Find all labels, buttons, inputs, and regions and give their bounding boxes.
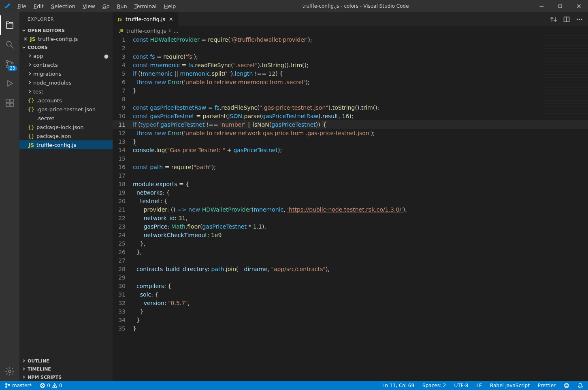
menu-go[interactable]: Go <box>99 2 113 11</box>
editor-content[interactable]: 1const HDWalletProvider = require('@truf… <box>113 35 588 381</box>
file-truffle-config.js[interactable]: JStruffle-config.js <box>19 140 113 149</box>
file-.gas-price-testnet.json[interactable]: {}.gas-price-testnet.json <box>19 105 113 114</box>
sidebar-header: EXPLORER <box>19 12 113 26</box>
status-branch[interactable]: master* <box>3 381 33 390</box>
status-indent[interactable]: Spaces: 2 <box>421 381 447 390</box>
compare-changes-icon[interactable] <box>549 15 558 24</box>
section-outline[interactable]: OUTLINE <box>19 357 113 365</box>
folder-test[interactable]: test <box>19 87 113 96</box>
line-number: 4 <box>113 62 133 68</box>
tab-truffle-config.js[interactable]: JStruffle-config.js✕ <box>113 12 179 26</box>
folder-label: migrations <box>33 71 62 77</box>
svg-point-29 <box>566 385 566 385</box>
code-line[interactable]: 30 compilers: { <box>113 282 588 290</box>
section-timeline[interactable]: TIMELINE <box>19 365 113 373</box>
code-line[interactable]: 1const HDWalletProvider = require('@truf… <box>113 35 588 44</box>
minimize-button[interactable] <box>532 0 551 12</box>
code-line[interactable]: 3const fs = require('fs'); <box>113 52 588 61</box>
code-line[interactable]: 29 <box>113 273 588 282</box>
code-line[interactable]: 27 <box>113 256 588 265</box>
status-language[interactable]: Babel JavaScript <box>488 381 531 390</box>
code-line[interactable]: 10const gasPriceTestnet = parseInt(JSON.… <box>113 112 588 120</box>
code-line[interactable]: 25 }, <box>113 239 588 248</box>
status-notifications-icon[interactable] <box>576 381 585 390</box>
code-line[interactable]: 9const gasPriceTestnetRaw = fs.readFileS… <box>113 103 588 112</box>
activity-settings[interactable] <box>0 362 19 381</box>
line-number: 10 <box>113 113 133 119</box>
code-line[interactable]: 7} <box>113 86 588 95</box>
section-npm-scripts[interactable]: NPM SCRIPTS <box>19 373 113 381</box>
code-line[interactable]: 28 contracts_build_directory: path.join(… <box>113 265 588 273</box>
status-line-col[interactable]: Ln 11, Col 69 <box>381 381 416 390</box>
folder-contracts[interactable]: contracts <box>19 60 113 69</box>
code-line[interactable]: 19 networks: { <box>113 188 588 197</box>
activity-source-control[interactable]: 23 <box>0 54 19 74</box>
folder-label: contracts <box>33 62 58 68</box>
split-editor-icon[interactable] <box>562 15 571 24</box>
code-line[interactable]: 11if (typeof gasPriceTestnet !== 'number… <box>113 120 588 129</box>
folder-node_modules[interactable]: node_modules <box>19 78 113 87</box>
maximize-button[interactable] <box>551 0 569 12</box>
code-line[interactable]: 15 <box>113 154 588 163</box>
project-section[interactable]: COLORS <box>19 43 113 51</box>
code-line[interactable]: 8 <box>113 95 588 103</box>
more-actions-icon[interactable] <box>575 15 584 24</box>
activity-run-debug[interactable] <box>0 74 19 93</box>
menu-help[interactable]: Help <box>161 2 179 11</box>
file-package.json[interactable]: {}package.json <box>19 131 113 140</box>
menu-file[interactable]: File <box>14 2 30 11</box>
folder-migrations[interactable]: migrations <box>19 69 113 78</box>
code-line[interactable]: 16const path = require("path"); <box>113 163 588 171</box>
code-line[interactable]: 33 } <box>113 307 588 316</box>
file-.accounts[interactable]: {}.accounts <box>19 96 113 105</box>
status-encoding[interactable]: UTF-8 <box>452 381 470 390</box>
activity-search[interactable] <box>0 35 19 54</box>
activity-extensions[interactable] <box>0 93 19 112</box>
code-line[interactable]: 6 throw new Error('unable to retrieve mn… <box>113 78 588 86</box>
code-line[interactable]: 18module.exports = { <box>113 180 588 188</box>
line-number: 22 <box>113 215 133 221</box>
code-line[interactable]: 31 solc: { <box>113 290 588 299</box>
status-feedback-icon[interactable] <box>562 381 571 390</box>
minimap[interactable] <box>543 35 588 116</box>
menu-view[interactable]: View <box>79 2 98 11</box>
code-line[interactable]: 32 version: "0.5.7", <box>113 299 588 307</box>
activity-explorer[interactable] <box>0 15 19 35</box>
close-button[interactable] <box>569 0 588 12</box>
code-line[interactable]: 20 testnet: { <box>113 197 588 205</box>
breadcrumbs[interactable]: JS truffle-config.js ... <box>113 26 588 35</box>
open-editors-section[interactable]: OPEN EDITORS <box>19 26 113 34</box>
status-problems[interactable]: 0 0 <box>38 381 64 390</box>
status-formatter[interactable]: Prettier <box>536 381 557 390</box>
code-line[interactable]: 26 }, <box>113 248 588 256</box>
code-line[interactable]: 5if (!mnemonic || mnemonic.split(' ').le… <box>113 69 588 78</box>
code-line[interactable]: 24 networkCheckTimeout: 1e9 <box>113 231 588 239</box>
file-label: .secret <box>36 115 54 121</box>
folder-app[interactable]: app● <box>19 51 113 60</box>
code-line[interactable]: 12 throw new Error('unable to retrieve n… <box>113 129 588 137</box>
close-icon[interactable]: ✕ <box>22 36 29 42</box>
open-editor-item[interactable]: ✕JStruffle-config.js <box>19 34 113 43</box>
line-number: 32 <box>113 300 133 306</box>
file-package-lock.json[interactable]: {}package-lock.json <box>19 123 113 131</box>
code-line[interactable]: 17 <box>113 171 588 180</box>
code-line[interactable]: 22 network_id: 31, <box>113 214 588 222</box>
menu-selection[interactable]: Selection <box>48 2 79 11</box>
breadcrumb-file[interactable]: truffle-config.js <box>126 28 166 34</box>
menu-run[interactable]: Run <box>114 2 130 11</box>
chevron-right-icon <box>27 53 33 58</box>
status-eol[interactable]: LF <box>475 381 484 390</box>
close-icon[interactable]: ✕ <box>168 16 174 22</box>
code-line[interactable]: 13} <box>113 137 588 146</box>
breadcrumb-more[interactable]: ... <box>173 28 178 34</box>
code-line[interactable]: 23 gasPrice: Math.floor(gasPriceTestnet … <box>113 222 588 231</box>
code-line[interactable]: 2 <box>113 44 588 52</box>
file-.secret[interactable]: .secret <box>19 114 113 123</box>
code-line[interactable]: 34 } <box>113 316 588 324</box>
code-line[interactable]: 4const mnemonic = fs.readFileSync(".secr… <box>113 61 588 69</box>
menu-terminal[interactable]: Terminal <box>131 2 160 11</box>
menu-edit[interactable]: Edit <box>30 2 47 11</box>
code-line[interactable]: 35} <box>113 324 588 333</box>
code-line[interactable]: 14console.log("Gas price Testnet: " + ga… <box>113 146 588 154</box>
code-line[interactable]: 21 provider: () => new HDWalletProvider(… <box>113 205 588 214</box>
